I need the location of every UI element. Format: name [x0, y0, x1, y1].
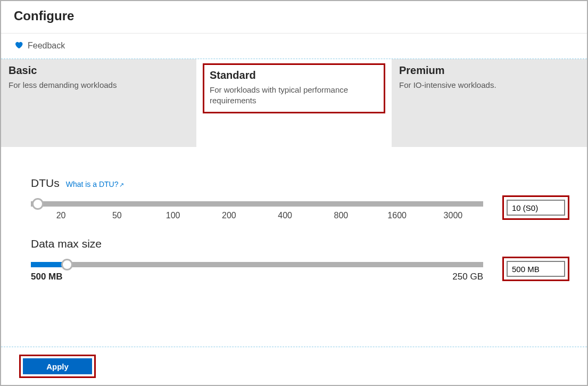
dtus-tick: 100 [145, 211, 201, 220]
dtus-tick: 200 [201, 211, 257, 220]
dtus-tick: 800 [313, 211, 369, 220]
dtus-slider[interactable] [31, 201, 483, 207]
tier-desc: For IO-intensive workloads. [399, 80, 579, 91]
data-max-size-label: Data max size [31, 237, 562, 250]
heart-icon [14, 40, 23, 51]
tier-title: Premium [399, 64, 579, 77]
dtus-tick: 400 [257, 211, 313, 220]
dtu-help-link[interactable]: What is a DTU?↗ [66, 180, 125, 188]
tier-desc: For less demanding workloads [9, 80, 189, 91]
feedback-label: Feedback [28, 41, 65, 51]
data-size-slider[interactable] [31, 262, 483, 267]
tier-standard[interactable]: Standard For workloads with typical perf… [196, 59, 392, 147]
tier-title: Basic [9, 64, 189, 77]
dtus-tick: 20 [33, 211, 89, 220]
dtus-value-input[interactable] [507, 200, 565, 216]
dtus-tick: 3000 [425, 211, 481, 220]
data-size-value-input[interactable] [507, 261, 565, 277]
dtus-ticks: 205010020040080016003000 [31, 211, 483, 220]
tier-premium[interactable]: Premium For IO-intensive workloads. [392, 59, 587, 147]
tier-selector: Basic For less demanding workloads Stand… [1, 59, 587, 147]
dtus-label: DTUs What is a DTU?↗ [31, 177, 562, 190]
page-title: Configure [14, 9, 574, 23]
data-size-slider-thumb[interactable] [61, 259, 73, 270]
data-size-min-label: 500 MB [31, 272, 63, 282]
apply-button[interactable]: Apply [23, 358, 92, 374]
tier-title: Standard [210, 69, 378, 81]
dtus-tick: 1600 [369, 211, 425, 220]
external-link-icon: ↗ [119, 182, 124, 188]
data-size-max-label: 250 GB [452, 272, 483, 282]
tier-desc: For workloads with typical performance r… [210, 85, 378, 106]
tier-basic[interactable]: Basic For less demanding workloads [1, 59, 196, 147]
dtus-tick: 50 [89, 211, 145, 220]
feedback-link[interactable]: Feedback [1, 34, 587, 59]
dtus-slider-thumb[interactable] [32, 198, 44, 210]
